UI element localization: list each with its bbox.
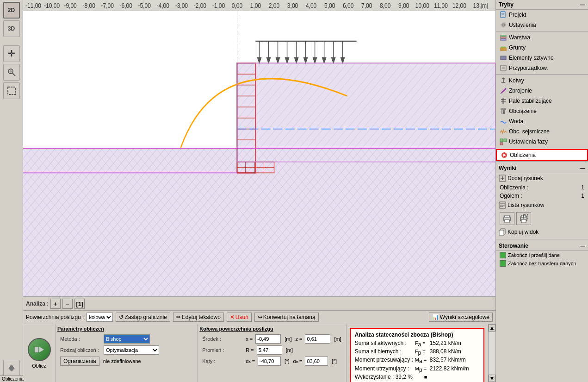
menu-kotwy[interactable]: Kotwy: [496, 75, 588, 86]
checkbox-zakoncz-bez[interactable]: [500, 260, 506, 267]
wyniki-collapse[interactable]: —: [580, 165, 585, 171]
surface-type-select[interactable]: kołowa: [87, 313, 113, 322]
svg-rect-124: [499, 230, 504, 236]
alpha2-input[interactable]: [305, 357, 328, 366]
obliczenia-bottom-label: Obliczenia: [0, 376, 23, 382]
grunty-icon: [500, 44, 507, 51]
result-row-2: Moment przesuwający : Ma = 832,57 kNm/m: [355, 357, 480, 364]
svg-rect-97: [502, 98, 504, 104]
menu-obliczenia[interactable]: Obliczenia: [496, 149, 588, 161]
btn-move[interactable]: ✛: [3, 45, 20, 62]
srodek-row: Środek : x = [m] z = [m]: [199, 333, 344, 344]
tab-add[interactable]: +: [50, 299, 61, 309]
dodaj-rysunek-btn[interactable]: Dodaj rysunek: [496, 173, 588, 183]
metoda-label: Metoda :: [60, 336, 102, 342]
metoda-select[interactable]: Bishop: [104, 334, 150, 344]
usun-btn[interactable]: ✕ Usuń: [227, 313, 252, 322]
przyp-icon: [500, 64, 507, 72]
svg-text:3,00: 3,00: [287, 2, 298, 9]
svg-rect-100: [501, 108, 506, 110]
rodzaj-select[interactable]: Optymalizacja: [104, 345, 159, 355]
print-btn-2[interactable]: PDF: [516, 212, 531, 225]
svg-text:6,00: 6,00: [343, 2, 353, 9]
btn-settings-bottom[interactable]: [3, 360, 20, 376]
elementy-icon: [500, 54, 507, 62]
zastap-btn[interactable]: ↺ Zastąp graficznie: [116, 313, 170, 322]
menu-ustawienia-fazy[interactable]: Ustawienia fazy: [496, 137, 588, 147]
svg-text:+: +: [9, 68, 12, 75]
result-row-4: Wykorzystanie : 39,2 % ■: [355, 374, 480, 380]
ograniczenia-btn[interactable]: Ograniczenia: [60, 357, 99, 366]
svg-rect-89: [501, 35, 506, 37]
alpha1-input[interactable]: [258, 357, 281, 366]
btn-select[interactable]: [3, 82, 20, 99]
svg-text:12,00: 12,00: [452, 2, 466, 9]
analysis-tabs: Analiza : + − [1]: [23, 297, 495, 311]
pale-icon: [500, 97, 507, 105]
menu-warstwa[interactable]: Warstwa: [496, 32, 588, 43]
result-row-0: Suma sił aktywnych : Fa = 152,21 kN/m: [355, 340, 480, 348]
wyniki-szczeg-btn[interactable]: 📊 Wyniki szczegółowe: [429, 313, 493, 322]
konwertuj-btn[interactable]: ↪ Konwertuj na łamaną: [254, 313, 319, 322]
result-row-1: Suma sił biernych : Fp = 388,08 kN/m: [355, 348, 480, 356]
edit-icon: ✏: [176, 314, 181, 320]
print-btn-1[interactable]: [500, 212, 514, 225]
svg-text:13,: 13,: [473, 2, 481, 9]
svg-text:-10,00: -10,00: [44, 2, 60, 9]
warstwa-icon: [500, 34, 507, 41]
menu-pale[interactable]: Pale stabilizujące: [496, 96, 588, 106]
tryby-title: Tryby —: [496, 0, 588, 10]
zakoncz-przeslij-item[interactable]: Zakończ i prześlij dane: [496, 251, 588, 259]
circle-surface-title: Kołowa powierzchnia poślizgu: [199, 326, 344, 332]
btn-3d[interactable]: 3D: [3, 20, 20, 37]
tab-one[interactable]: [1]: [74, 299, 85, 309]
tryby-collapse[interactable]: —: [580, 1, 585, 8]
sterowanie-collapse[interactable]: —: [580, 243, 585, 249]
r-input[interactable]: [257, 345, 282, 355]
params-title: Parametry obliczeń: [57, 326, 195, 332]
oblicz-btn-wrap[interactable]: [28, 338, 51, 361]
menu-woda[interactable]: Woda: [496, 116, 588, 126]
wyniki-title: Wyniki —: [496, 163, 588, 173]
menu-elementy-sztywne[interactable]: Elementy sztywne: [496, 53, 588, 63]
menu-obciazenie[interactable]: Obciążenie: [496, 106, 588, 116]
svg-text:[m]: [m]: [481, 2, 489, 9]
menu-grunty[interactable]: Grunty: [496, 43, 588, 53]
svg-text:9,00: 9,00: [398, 2, 409, 9]
tab-remove[interactable]: −: [62, 299, 73, 309]
scroll-down[interactable]: ▼: [489, 375, 495, 382]
svg-rect-106: [500, 143, 503, 145]
menu-zbrojenie[interactable]: Zbrojenie: [496, 86, 588, 96]
svg-rect-83: [35, 347, 38, 352]
surface-label: Powierzchnia poślizgu :: [26, 314, 84, 320]
zakoncz-bez-item[interactable]: Zakończ bez transferu danych: [496, 259, 588, 268]
z-input[interactable]: [305, 334, 330, 344]
lista-rysunkow-btn[interactable]: Lista rysunków: [496, 200, 588, 210]
rodzaj-row: Rodzaj obliczeń : Optymalizacja: [57, 344, 195, 356]
zastap-icon: ↺: [119, 314, 124, 320]
menu-przyp[interactable]: Przyporządkow.: [496, 63, 588, 73]
svg-text:5,00: 5,00: [324, 2, 335, 9]
kopiuj-btn[interactable]: Kopiuj widok: [496, 227, 588, 237]
svg-text:-4,00: -4,00: [157, 2, 169, 9]
menu-ustawienia[interactable]: Ustawienia: [496, 20, 588, 30]
edytuj-btn[interactable]: ✏ Edytuj tekstowo: [173, 313, 224, 322]
svg-text:-7,00: -7,00: [101, 2, 113, 9]
right-panel: Tryby — Projekt Ustawienia Warstwa: [495, 0, 588, 382]
menu-projekt[interactable]: Projekt: [496, 10, 588, 20]
checkbox-zakoncz[interactable]: [500, 252, 506, 258]
x-input[interactable]: [255, 334, 281, 344]
btn-zoom[interactable]: +: [3, 64, 20, 81]
print-row: PDF: [496, 210, 588, 227]
btn-2d[interactable]: 2D: [3, 2, 20, 19]
woda-icon: [500, 118, 507, 125]
menu-obc-sejsmiczne[interactable]: Obc. sejsmiczne: [496, 126, 588, 137]
ograniczenia-row: Ograniczenia nie zdefiniowane: [57, 356, 195, 367]
results-title: Analiza stateczności zbocza (Bishop): [355, 332, 480, 338]
canvas-area: -11,00 -10,00 -9,00 -8,00 -7,00 -6,00 -5…: [23, 0, 495, 296]
scrollbar[interactable]: ▲ ▼: [488, 324, 495, 382]
results-section: Analiza stateczności zbocza (Bishop) Sum…: [347, 324, 488, 382]
svg-rect-3: [8, 87, 15, 94]
svg-rect-117: [505, 219, 509, 223]
scroll-up[interactable]: ▲: [489, 324, 495, 332]
